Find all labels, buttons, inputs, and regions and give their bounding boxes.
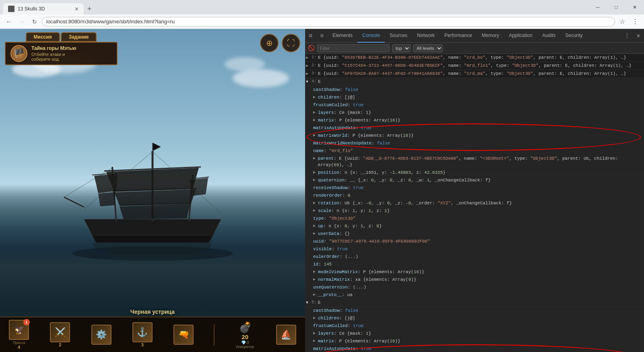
line-pos-4: position: n {x: __1651, y: -1.48883, z: … xyxy=(318,169,446,176)
action-slot-4[interactable]: ⚓ 3 xyxy=(130,322,155,347)
active-tab[interactable]: 13 Skulls 3D ✕ xyxy=(3,3,84,14)
log-line-4-header: ▼ 4: E xyxy=(305,78,644,86)
log-line-4-mau: matrixAutoUpdate: true xyxy=(305,124,644,132)
bookmark-btn[interactable]: ☆ xyxy=(617,16,628,27)
window-controls: ─ □ ✕ xyxy=(588,2,644,13)
svg-line-4 xyxy=(64,197,84,207)
counter-sub: 💎0 xyxy=(241,340,249,345)
forward-btn[interactable]: → xyxy=(16,16,27,27)
tab-memory[interactable]: Memory xyxy=(477,29,504,43)
log-line-4-pos: ▶ position: n {x: __1651, y: -1.48883, z… xyxy=(305,169,644,177)
action-slot-1[interactable]: 🦅 1 Пресса 4 xyxy=(6,320,31,350)
expand-btn[interactable]: ⛶ xyxy=(282,34,300,52)
line-content-2: E {uuid: "C157C4D4-3722-4457-96D8-4D483E… xyxy=(318,62,632,69)
reload-btn[interactable]: ↻ xyxy=(29,16,40,27)
action-slot-3[interactable]: ⚙️ xyxy=(89,325,114,345)
mission-tab[interactable]: Миссия xyxy=(26,32,60,42)
settings-btn[interactable]: ⋮ xyxy=(630,16,641,27)
maximize-btn[interactable]: □ xyxy=(607,2,625,13)
triangle-4[interactable]: ▼ xyxy=(306,78,312,85)
triangle-1[interactable]: ▶ xyxy=(306,54,312,61)
log-line-5-fc: frustumCulled: true xyxy=(305,322,644,330)
line-quat-4: quaternion: __ {_x: 0, _y: 0, _z: 0, _w:… xyxy=(318,177,491,183)
line-mat-5: matrix: P {elements: Array(16)} xyxy=(318,338,400,344)
line-lay-5: layers: Ce {mask: 1} xyxy=(318,330,371,337)
devtools-tabs: Elements Console Sources Network Perform… xyxy=(328,29,621,43)
tab-performance[interactable]: Performance xyxy=(440,29,477,43)
game-area: Миссия Задание 🏴 Тайна горы Мэтью Отбейт… xyxy=(0,29,305,352)
devtools-dock-btn[interactable]: ⊡ xyxy=(305,30,316,41)
action-slot-2[interactable]: ⚔️ 2 xyxy=(47,322,72,347)
devtools-more-btn[interactable]: ⋮ xyxy=(621,30,633,41)
line-proto-4: __proto__: ua xyxy=(318,292,353,298)
url-text: localhost:8080/m3d/www/game/sb/t/index.h… xyxy=(46,19,175,25)
back-btn[interactable]: ← xyxy=(3,16,14,27)
console-filter-input[interactable] xyxy=(317,44,390,52)
log-line-4-rot: ▶ rotation: Ub {_x: -0, _y: 0, _z: -0, _… xyxy=(305,200,644,207)
log-line-4-eo: eulerOrder: (...) xyxy=(305,253,644,261)
map-btn[interactable]: ⊕ xyxy=(260,34,279,52)
tab-network[interactable]: Network xyxy=(412,29,440,43)
task-tab[interactable]: Задание xyxy=(61,32,97,42)
log-line-4-type: type: "Object3D" xyxy=(305,215,644,222)
line-id-4: id: 145 xyxy=(313,261,332,268)
log-line-4-5: ▶ matrix: P {elements: Array(16)} xyxy=(305,117,644,124)
log-line-4-scale: ▶ scale: n {x: 1, y: 1, z: 1} xyxy=(305,207,644,215)
triangle-3[interactable]: ▶ xyxy=(306,70,312,77)
log-line-4-2: ▶ children: [j@] xyxy=(305,94,644,101)
line-uuid-4: uuid: "9077C6C7-A978-4A16-85F8-6FE898892… xyxy=(313,238,430,245)
log-line-2: ▶ 2: E {uuid: "C157C4D4-3722-4457-96D8-4… xyxy=(305,62,644,70)
console-output[interactable]: ▶ 1: E {uuid: "05397BEB-B22E-4F34-B390-8… xyxy=(305,54,644,352)
action-num-2: 2 xyxy=(59,342,61,347)
mission-task-tabs: Миссия Задание xyxy=(26,32,97,42)
devtools-close-btn[interactable]: ✕ xyxy=(633,30,644,41)
levels-select[interactable]: All levels xyxy=(413,44,443,52)
triangle-2[interactable]: ▶ xyxy=(306,62,312,69)
tab-audits[interactable]: Audits xyxy=(537,29,560,43)
action-slot-5[interactable]: 🔫 xyxy=(171,325,196,345)
log-line-5-mat: ▶ matrix: P {elements: Array(16)} xyxy=(305,338,644,345)
line-ud-4: userData: {} xyxy=(318,231,350,237)
line-vis-4: visible: true xyxy=(313,246,348,252)
ship-svg xyxy=(52,135,253,263)
line-number-1: 1: xyxy=(312,54,316,61)
action-icon-4: ⚓ xyxy=(132,322,153,342)
line-mworld-4: matrixWorld: P {elements: Array(16)} xyxy=(318,132,414,139)
log-line-4-3: frustumCulled: true xyxy=(305,101,644,109)
action-bar: 🦅 1 Пресса 4 ⚔️ 2 ⚙️ xyxy=(0,317,305,352)
line-cast-shadow: castShadow: false xyxy=(313,86,358,93)
url-bar[interactable]: localhost:8080/m3d/www/game/sb/t/index.h… xyxy=(42,17,615,27)
line-uq-4: useQuaternion: (...) xyxy=(313,284,366,290)
tab-security[interactable]: Security xyxy=(560,29,587,43)
log-line-4-ro: renderOrder: 0 xyxy=(305,192,644,200)
line-content-5h: E xyxy=(318,299,321,306)
console-clear-icon[interactable]: 🚫 xyxy=(308,45,315,52)
mission-info: Тайна горы Мэтью Отбейте атаки исоберите… xyxy=(31,45,76,62)
tab-console[interactable]: Console xyxy=(357,29,385,43)
tab-close-icon[interactable]: ✕ xyxy=(74,6,79,12)
line-scale-4: scale: n {x: 1, y: 1, z: 1} xyxy=(318,208,390,214)
mission-area: Миссия Задание 🏴 Тайна горы Мэтью Отбейт… xyxy=(5,32,118,65)
line-number-4: 4: xyxy=(312,78,316,85)
log-line-4-parent: ▶ parent: E {uuid: "AD8__D-8776-4D83-913… xyxy=(305,155,644,169)
tab-sources[interactable]: Sources xyxy=(385,29,412,43)
action-counter: 💣 20 💎0 Инициатор xyxy=(233,321,258,349)
context-select[interactable]: top xyxy=(392,44,411,52)
action-divider xyxy=(214,324,215,346)
triangle-5[interactable]: ▼ xyxy=(306,299,312,306)
line-rot-4: rotation: Ub {_x: -0, _y: 0, _z: -0, _or… xyxy=(318,200,512,206)
line-mau: matrixAutoUpdate: true xyxy=(313,125,372,131)
tab-elements[interactable]: Elements xyxy=(328,29,357,43)
minimize-btn[interactable]: ─ xyxy=(588,2,607,13)
log-line-4-quat: ▶ quaternion: __ {_x: 0, _y: 0, _z: 0, _… xyxy=(305,177,644,184)
tab-application[interactable]: Application xyxy=(504,29,537,43)
action-slot-6[interactable]: ⛵ xyxy=(274,325,299,345)
devtools-inspect-btn[interactable]: ⊙ xyxy=(316,30,328,41)
action-icon-6: ⛵ xyxy=(276,325,296,345)
game-bottom-ui: Черная устрица 🦅 1 Пресса 4 ⚔️ 2 xyxy=(0,309,305,352)
close-btn[interactable]: ✕ xyxy=(625,2,644,13)
action-icon-5: 🔫 xyxy=(173,325,194,345)
new-tab-btn[interactable]: + xyxy=(84,3,95,14)
action-icon-3: ⚙️ xyxy=(91,325,111,345)
mission-text: Тайна горы Мэтью xyxy=(31,45,76,51)
